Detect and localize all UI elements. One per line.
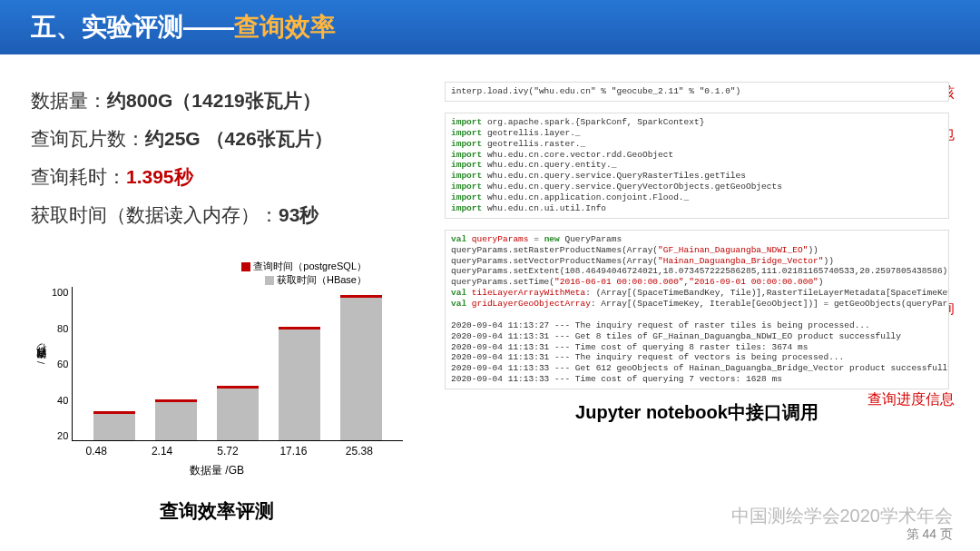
bar (155, 402, 197, 440)
code-cell-1: In [1]:interp.load.ivy("whu.edu.cn" % "g… (445, 82, 949, 102)
ytick: 80 (52, 323, 68, 334)
prompt: In [1]: (445, 86, 446, 98)
kw: val (451, 288, 466, 298)
txt: QueryParams (560, 234, 622, 244)
code-line: interp.load.ivy("whu.edu.cn" % "geocube_… (451, 86, 740, 96)
xtick: 2.14 (129, 445, 194, 458)
legend-gray-label: 获取时间（HBase） (277, 274, 367, 285)
legend-gray-swatch (265, 276, 274, 285)
str: "2016-09-01 00:00:00.000" (689, 277, 818, 287)
str: "GF_Hainan_Daguangba_NDWI_EO" (658, 245, 808, 255)
stat4-value: 93秒 (279, 204, 318, 225)
output-line: 2020-09-04 11:13:27 --- The inquiry requ… (451, 320, 943, 331)
stats-block: 数据量：约800G（14219张瓦片） 查询瓦片数：约25G （426张瓦片） … (31, 82, 430, 234)
prompt: In [2]: (445, 117, 446, 129)
bar (279, 330, 320, 440)
var: queryParams (466, 234, 528, 244)
bar (93, 414, 135, 440)
stat3-value: 1.395秒 (126, 166, 193, 187)
txt: : Array[(SpaceTimeKey, Iterable[GeoObjec… (591, 299, 949, 309)
stat2-label: 查询瓦片数： (31, 128, 145, 149)
right-column: 导入GeoCube 内核 导入 GeoCube 包 多维语义查询 查询进度信息 … (445, 82, 949, 425)
xtick: 25.38 (327, 445, 392, 458)
footer-page: 第 44 页 (731, 526, 954, 542)
xtick: 0.48 (64, 445, 129, 458)
output-line: 2020-09-04 11:13:31 --- The inquiry requ… (451, 352, 943, 363)
xtick: 5.72 (195, 445, 260, 458)
stat4-label: 获取时间（数据读入内存）： (31, 204, 279, 225)
output-line: 2020-09-04 11:13:33 --- Get 612 geoObjec… (451, 363, 943, 374)
bar (217, 389, 259, 440)
title-highlight: 查询效率 (234, 10, 336, 44)
txt: queryParams.setTime( (451, 277, 554, 287)
txt: queryParams.setRasterProductNames(Array( (451, 245, 658, 255)
left-column: 数据量：约800G（14219张瓦片） 查询瓦片数：约25G （426张瓦片） … (31, 82, 430, 524)
prompt: In [3]: (445, 234, 446, 246)
var: gridLayerGeoObjectArray (466, 299, 591, 309)
chart: 查询时间（postgreSQL） 获取时间（HBase） 查询时间 /秒 100… (31, 260, 403, 524)
slide-title: 五、实验评测——查询效率 (0, 0, 980, 54)
txt: : (Array[(SpaceTimeBandKey, Tile)],Raste… (585, 288, 949, 298)
txt: = (529, 234, 544, 244)
txt: )) (823, 256, 833, 266)
kw: new (544, 234, 560, 244)
str: "Hainan_Daguangba_Bridge_Vector" (658, 256, 823, 266)
stat3-label: 查询耗时： (31, 166, 126, 187)
txt: ) (818, 277, 824, 287)
var: tileLayerArrayWithMeta (466, 288, 585, 298)
ytick: 60 (52, 359, 68, 369)
stat1-label: 数据量： (31, 90, 107, 111)
y-axis-label: 查询时间 /秒 (31, 361, 52, 367)
legend-red-swatch (241, 262, 250, 271)
bar (340, 298, 382, 440)
plot-area (72, 287, 403, 441)
footer: 中国测绘学会2020学术年会 第 44 页 (731, 505, 954, 542)
ytick: 40 (52, 395, 68, 406)
x-axis-label: 数据量 /GB (31, 463, 403, 478)
txt: queryParams.setVectorProductNames(Array( (451, 256, 658, 266)
code-line: queryParams.setExtent(108.46494046724021… (451, 266, 943, 277)
code-cell-3: In [3]:val queryParams = new QueryParams… (445, 230, 949, 389)
footer-org: 中国测绘学会2020学术年会 (731, 505, 954, 526)
ytick: 100 (52, 287, 68, 298)
xtick: 17.16 (260, 445, 326, 458)
ytick: 20 (52, 430, 68, 441)
y-axis-ticks: 100 80 60 40 20 (52, 287, 72, 441)
stat2-value: 约25G （426张瓦片） (145, 128, 333, 149)
output-line: 2020-09-04 11:13:31 --- Time cost of que… (451, 342, 943, 353)
chart-caption: 查询效率评测 (31, 498, 403, 524)
code-cell-2: In [2]:import import org.apache.spark.{S… (445, 113, 949, 219)
txt: )) (808, 245, 818, 255)
output-line: 2020-09-04 11:13:31 --- Get 8 tiles of G… (451, 331, 943, 342)
str: "2016-06-01 00:00:00.000" (554, 277, 684, 287)
kw: val (451, 299, 466, 309)
title-prefix: 五、实验评测—— (31, 10, 234, 44)
stat1-value: 约800G（14219张瓦片） (107, 90, 321, 111)
legend-red-label: 查询时间（postgreSQL） (253, 261, 367, 271)
kw: val (451, 234, 466, 244)
output-line: 2020-09-04 11:13:33 --- Time cost of que… (451, 374, 943, 385)
annotation-4: 查询进度信息 (867, 390, 955, 409)
